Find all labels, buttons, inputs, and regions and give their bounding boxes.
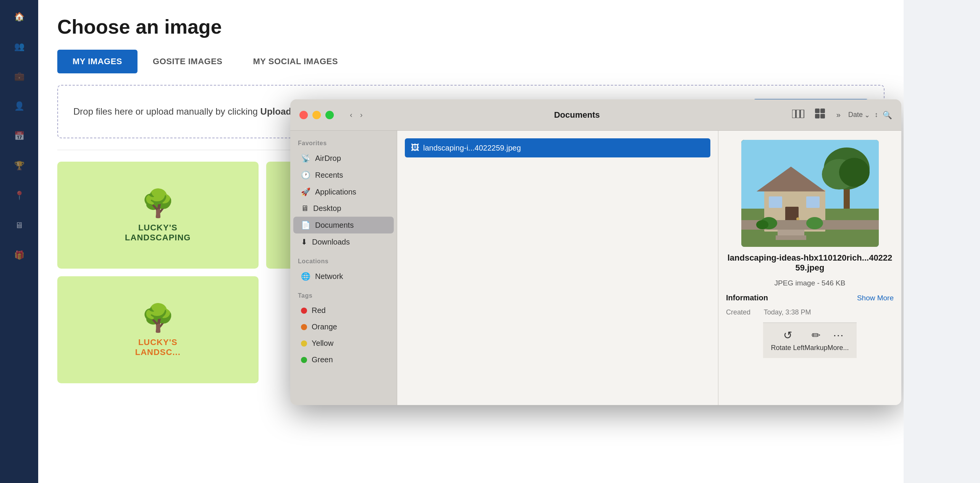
markup-icon: ✏ <box>812 329 820 342</box>
svg-rect-17 <box>769 196 782 208</box>
finder-sidebar-documents-label: Documents <box>315 221 354 230</box>
finder-sidebar-applications-label: Applications <box>315 188 356 196</box>
finder-sort-button[interactable]: Date ⌄ <box>848 111 870 119</box>
main-content: Choose an image MY IMAGES GOSITE IMAGES … <box>38 0 904 483</box>
finder-tag-red-label: Red <box>312 306 326 315</box>
finder-sidebar-desktop-label: Desktop <box>313 204 341 213</box>
finder-sidebar-documents[interactable]: 📄 Documents <box>293 217 394 233</box>
sidebar-icon-users[interactable]: 👥 <box>10 37 28 56</box>
finder-file-name-1: landscaping-i...4022259.jpeg <box>423 144 521 152</box>
sidebar-icon-calendar[interactable]: 📅 <box>10 127 28 145</box>
tree-icon-1: 🌳 <box>141 188 175 219</box>
finder-file-item-1[interactable]: 🖼 landscaping-i...4022259.jpeg <box>405 138 710 157</box>
preview-created-value: Today, 3:38 PM <box>764 308 811 316</box>
sidebar-icon-location[interactable]: 📍 <box>10 186 28 205</box>
finder-sort-icon: ⌄ <box>864 111 870 119</box>
preview-created-info: Created Today, 3:38 PM <box>726 308 894 316</box>
card-text-5: LUCKY'SLANDSC... <box>135 337 181 357</box>
sidebar-icon-gift[interactable]: 🎁 <box>10 246 28 264</box>
window-close-button[interactable] <box>299 111 308 119</box>
finder-view-columns-button[interactable] <box>789 108 807 122</box>
finder-file-area: 🖼 landscaping-i...4022259.jpeg <box>397 131 718 405</box>
finder-title: Documents <box>371 110 783 120</box>
documents-icon: 📄 <box>301 220 310 230</box>
svg-rect-6 <box>820 114 825 118</box>
finder-tag-red[interactable]: Red <box>293 302 394 319</box>
rotate-left-icon: ↺ <box>783 329 792 342</box>
finder-sidebar-downloads[interactable]: ⬇ Downloads <box>293 233 394 250</box>
page-title: Choose an image <box>57 15 885 38</box>
sidebar-icon-monitor[interactable]: 🖥 <box>10 216 28 235</box>
finder-forward-button[interactable]: › <box>358 110 365 120</box>
finder-sidebar-applications[interactable]: 🚀 Applications <box>293 183 394 200</box>
red-tag-dot <box>301 308 307 314</box>
svg-rect-4 <box>820 109 825 113</box>
sidebar-icon-user[interactable]: 👤 <box>10 97 28 115</box>
sidebar-icon-home[interactable]: 🏠 <box>10 8 28 26</box>
finder-sort-direction-button[interactable]: ↕ <box>875 111 878 119</box>
finder-rotate-left-button[interactable]: ↺ Rotate Left <box>771 329 804 352</box>
preview-show-more-button[interactable]: Show More <box>857 294 894 302</box>
tree-icon-5: 🌳 <box>141 302 175 334</box>
finder-sidebar-recents-label: Recents <box>315 171 343 180</box>
right-panel <box>904 0 980 483</box>
finder-sidebar-network[interactable]: 🌐 Network <box>293 268 394 285</box>
finder-files-list: 🖼 landscaping-i...4022259.jpeg <box>397 131 718 405</box>
finder-markup-button[interactable]: ✏ Markup <box>805 329 828 352</box>
finder-toolbar-right: » Date ⌄ ↕ 🔍 <box>789 107 892 123</box>
finder-more-button[interactable]: ⋯ More... <box>828 329 849 352</box>
preview-created-label: Created <box>726 308 750 316</box>
finder-tag-orange[interactable]: Orange <box>293 319 394 335</box>
finder-search-button[interactable]: 🔍 <box>883 110 892 120</box>
tab-my-images[interactable]: MY IMAGES <box>57 50 137 73</box>
finder-sidebar-recents[interactable]: 🕐 Recents <box>293 167 394 183</box>
sidebar-icon-award[interactable]: 🏆 <box>10 157 28 175</box>
finder-view-grid-button[interactable] <box>812 107 829 123</box>
window-maximize-button[interactable] <box>325 111 334 119</box>
finder-sidebar-desktop[interactable]: 🖥 Desktop <box>293 200 394 217</box>
image-card-5[interactable]: 🌳 LUCKY'SLANDSC... <box>57 276 259 383</box>
svg-point-16 <box>796 217 799 220</box>
preview-filename: landscaping-ideas-hbx110120rich...402225… <box>726 253 894 273</box>
window-controls <box>299 111 334 119</box>
finder-preview-panel: landscaping-ideas-hbx110120rich...402225… <box>718 131 901 405</box>
more-icon: ⋯ <box>833 329 844 342</box>
finder-more-options-button[interactable]: » <box>833 109 844 121</box>
finder-sidebar: Favorites 📡 AirDrop 🕐 Recents 🚀 Applicat… <box>290 131 397 405</box>
window-minimize-button[interactable] <box>312 111 321 119</box>
svg-rect-2 <box>800 110 804 118</box>
finder-sidebar-network-label: Network <box>315 272 343 281</box>
finder-tag-green[interactable]: Green <box>293 352 394 368</box>
finder-favorites-label: Favorites <box>290 138 397 150</box>
finder-preview-actions: ↺ Rotate Left ✏ Markup ⋯ More... <box>763 323 856 358</box>
markup-label: Markup <box>805 344 828 352</box>
finder-back-button[interactable]: ‹ <box>348 110 355 120</box>
applications-icon: 🚀 <box>301 187 310 196</box>
desktop-icon: 🖥 <box>301 204 309 213</box>
network-icon: 🌐 <box>301 272 310 281</box>
file-icon-1: 🖼 <box>411 143 419 153</box>
sidebar-icon-briefcase[interactable]: 💼 <box>10 67 28 86</box>
airdrop-icon: 📡 <box>301 154 310 163</box>
finder-nav: ‹ › <box>348 110 365 120</box>
svg-rect-1 <box>796 110 800 118</box>
finder-sidebar-airdrop[interactable]: 📡 AirDrop <box>293 150 394 167</box>
svg-point-12 <box>839 158 870 187</box>
rotate-left-label: Rotate Left <box>771 344 804 352</box>
tab-my-social-images[interactable]: MY SOCIAL IMAGES <box>238 50 353 73</box>
sidebar: 🏠 👥 💼 👤 📅 🏆 📍 🖥 🎁 <box>0 0 38 483</box>
finder-tag-green-label: Green <box>312 355 333 364</box>
svg-point-23 <box>806 217 823 229</box>
svg-rect-5 <box>815 114 820 118</box>
finder-tag-orange-label: Orange <box>312 323 337 331</box>
svg-point-24 <box>756 220 768 229</box>
svg-rect-3 <box>815 109 820 113</box>
finder-tag-yellow[interactable]: Yellow <box>293 335 394 352</box>
finder-sidebar-airdrop-label: AirDrop <box>315 154 341 163</box>
finder-sidebar-downloads-label: Downloads <box>312 238 350 246</box>
tab-gosite-images[interactable]: GOSITE IMAGES <box>137 50 238 73</box>
finder-tag-yellow-label: Yellow <box>312 339 333 348</box>
finder-locations-section: Locations 🌐 Network <box>290 256 397 285</box>
finder-dialog: ‹ › Documents <box>290 99 901 405</box>
image-card-1[interactable]: 🌳 LUCKY'SLANDSCAPING <box>57 162 259 269</box>
